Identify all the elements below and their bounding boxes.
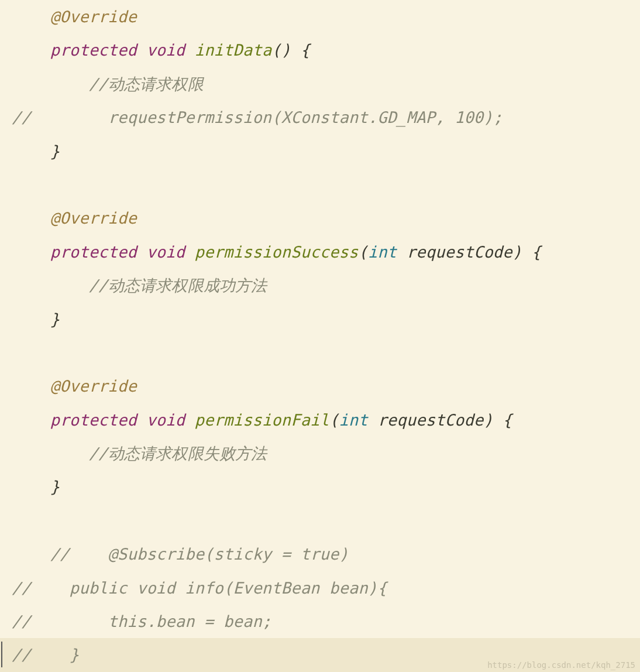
paren-open: ( bbox=[358, 243, 367, 261]
comment: // @Subscribe(sticky = true) bbox=[50, 545, 349, 563]
brace-open: { bbox=[522, 243, 541, 261]
code-line bbox=[0, 504, 640, 537]
comment: // } bbox=[12, 646, 79, 664]
code-line: protected void permissionFail(int reques… bbox=[0, 403, 640, 437]
brace-close: } bbox=[50, 310, 60, 328]
code-line: // public void info(EventBean bean){ bbox=[0, 571, 640, 605]
gutter bbox=[0, 0, 12, 33]
comment: //动态请求权限 bbox=[89, 75, 204, 93]
gutter bbox=[0, 437, 12, 470]
comment: // requestPermission(XConstant.GD_MAP, 1… bbox=[12, 108, 503, 126]
code-line: @Override bbox=[0, 0, 640, 33]
gutter bbox=[0, 470, 12, 503]
gutter bbox=[0, 504, 12, 537]
gutter bbox=[0, 67, 12, 101]
code-line: @Override bbox=[0, 369, 640, 403]
keyword-void: void bbox=[146, 41, 185, 59]
code-line: //动态请求权限失败方法 bbox=[0, 437, 640, 470]
watermark-text: https://blog.csdn.net/kqh_2715 bbox=[487, 660, 635, 670]
code-line bbox=[0, 336, 640, 369]
parentheses: () bbox=[271, 41, 291, 59]
paren-close: ) bbox=[483, 411, 493, 429]
keyword-void: void bbox=[146, 243, 185, 261]
keyword-protected: protected bbox=[50, 243, 137, 261]
gutter bbox=[0, 33, 12, 67]
code-line: //动态请求权限 bbox=[0, 67, 640, 101]
gutter bbox=[0, 403, 12, 437]
gutter bbox=[0, 303, 12, 336]
method-name: permissionFail bbox=[195, 411, 329, 429]
comment: // public void info(EventBean bean){ bbox=[12, 579, 387, 597]
annotation: @Override bbox=[50, 209, 137, 227]
code-line: protected void initData() { bbox=[0, 33, 640, 67]
gutter bbox=[0, 605, 12, 638]
code-line: // requestPermission(XConstant.GD_MAP, 1… bbox=[0, 101, 640, 134]
gutter bbox=[0, 571, 12, 605]
gutter bbox=[0, 269, 12, 302]
gutter bbox=[0, 369, 12, 403]
method-name: permissionSuccess bbox=[195, 243, 359, 261]
gutter bbox=[0, 168, 12, 201]
brace-open: { bbox=[493, 411, 512, 429]
gutter bbox=[0, 235, 12, 269]
paren-open: ( bbox=[329, 411, 339, 429]
keyword-protected: protected bbox=[50, 411, 137, 429]
code-line: @Override bbox=[0, 201, 640, 235]
gutter bbox=[0, 201, 12, 235]
code-line: } bbox=[0, 470, 640, 503]
code-editor[interactable]: @Override protected void initData() { //… bbox=[0, 0, 640, 672]
gutter bbox=[0, 135, 12, 168]
comment: //动态请求权限成功方法 bbox=[89, 276, 267, 294]
code-line: // this.bean = bean; bbox=[0, 605, 640, 638]
gutter bbox=[0, 336, 12, 369]
keyword-protected: protected bbox=[50, 41, 137, 59]
code-line: //动态请求权限成功方法 bbox=[0, 269, 640, 302]
annotation: @Override bbox=[50, 377, 137, 395]
gutter bbox=[0, 101, 12, 134]
gutter bbox=[0, 537, 12, 571]
brace-close: } bbox=[50, 478, 60, 496]
method-name: initData bbox=[195, 41, 272, 59]
code-line: } bbox=[0, 303, 640, 336]
paren-close: ) bbox=[512, 243, 522, 261]
type-int: int bbox=[339, 411, 368, 429]
code-line: protected void permissionSuccess(int req… bbox=[0, 235, 640, 269]
code-line bbox=[0, 168, 640, 201]
comment: //动态请求权限失败方法 bbox=[89, 444, 267, 462]
annotation: @Override bbox=[50, 8, 137, 26]
brace-close: } bbox=[50, 142, 60, 160]
brace-open: { bbox=[291, 41, 310, 59]
code-line: // @Subscribe(sticky = true) bbox=[0, 537, 640, 571]
type-int: int bbox=[368, 243, 397, 261]
gutter bbox=[0, 638, 12, 671]
code-line: } bbox=[0, 135, 640, 168]
param-name: requestCode bbox=[397, 243, 512, 261]
keyword-void: void bbox=[146, 411, 185, 429]
param-name: requestCode bbox=[368, 411, 483, 429]
comment: // this.bean = bean; bbox=[12, 612, 271, 630]
